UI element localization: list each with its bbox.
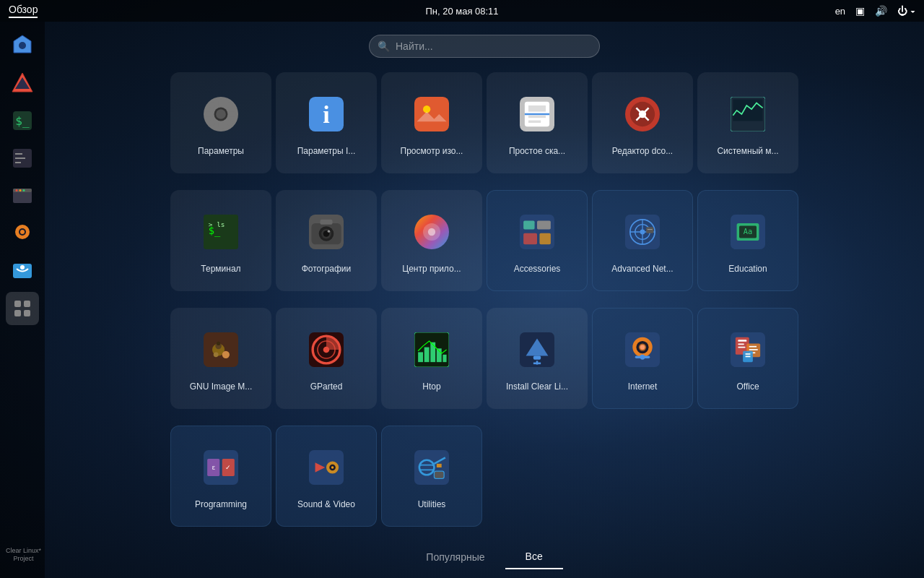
topbar-right: en ▣ 🔊 ⏻ ▾: [835, 5, 915, 17]
sidebar-item-3[interactable]: [6, 142, 39, 175]
app-item-education[interactable]: Aa Education: [697, 190, 798, 291]
app-item-gparted[interactable]: GParted: [276, 308, 377, 409]
sidebar-item-4[interactable]: [6, 179, 39, 212]
svg-rect-40: [528, 116, 546, 118]
screen-icon[interactable]: ▣: [855, 5, 865, 17]
tab-all[interactable]: Все: [505, 545, 563, 569]
sidebar-logo: Clear Linux* Project: [6, 547, 41, 564]
app-label-install: Install Clear Li...: [506, 381, 568, 393]
main-content: 🔍 Параметры i Параметры I... Просмотр из…: [45, 22, 924, 578]
app-item-htop[interactable]: Htop: [381, 308, 482, 409]
app-label-appstore: Центр прило...: [402, 264, 461, 275]
svg-point-86: [323, 347, 330, 353]
svg-point-81: [222, 351, 230, 358]
svg-rect-116: [746, 356, 751, 358]
app-item-advanced-net[interactable]: Advanced Net...: [592, 190, 693, 291]
topbar-datetime: Пн, 20 мая 08:11: [425, 6, 498, 17]
app-item-settings-i[interactable]: i Параметры I...: [276, 72, 377, 173]
svg-rect-62: [537, 221, 551, 230]
app-item-install[interactable]: Install Clear Li...: [487, 308, 588, 409]
sound-icon[interactable]: 🔊: [875, 5, 887, 17]
app-label-soundvideo: Sound & Video: [297, 499, 355, 511]
svg-point-16: [20, 265, 25, 269]
app-item-internet[interactable]: Internet: [592, 308, 693, 409]
svg-point-82: [214, 353, 219, 358]
svg-rect-56: [320, 220, 332, 225]
svg-text:✓: ✓: [225, 465, 231, 472]
svg-rect-25: [206, 112, 213, 117]
bottom-tabs: ПопулярныеВсе: [406, 545, 562, 569]
app-label-photos: Фотографии: [302, 264, 352, 275]
svg-rect-41: [528, 121, 541, 123]
app-item-accessories[interactable]: Accessories: [487, 190, 588, 291]
app-grid: Параметры i Параметры I... Просмотр изо.…: [170, 72, 798, 539]
app-item-gimp[interactable]: GNU Image M...: [170, 308, 271, 409]
svg-text:Aa: Aa: [744, 228, 752, 236]
app-icon-utilities: [406, 441, 458, 493]
app-label-terminal: Терминал: [201, 264, 240, 275]
app-item-scanner[interactable]: Простое ска...: [487, 72, 588, 173]
app-icon-internet: [616, 324, 668, 376]
app-icon-accessories: [511, 206, 563, 258]
app-item-sysmon[interactable]: Системный м...: [697, 72, 798, 173]
svg-point-14: [20, 230, 25, 234]
svg-text:$_: $_: [15, 114, 30, 128]
svg-rect-89: [424, 348, 430, 363]
app-item-settings[interactable]: Параметры: [170, 72, 271, 173]
app-label-advanced-net: Advanced Net...: [611, 264, 673, 275]
app-label-education: Education: [728, 264, 767, 275]
svg-point-55: [328, 230, 330, 233]
app-icon-image-viewer: [406, 88, 458, 140]
svg-point-126: [331, 466, 334, 468]
svg-rect-108: [738, 344, 744, 345]
svg-point-44: [639, 111, 646, 118]
app-label-programming: Programming: [195, 499, 247, 511]
svg-rect-132: [437, 464, 442, 467]
sidebar-item-apps[interactable]: [6, 292, 39, 325]
svg-rect-26: [228, 112, 235, 117]
svg-rect-111: [749, 346, 757, 348]
svg-point-103: [640, 355, 645, 360]
app-item-dconf[interactable]: Редактор dco...: [592, 72, 693, 173]
svg-rect-115: [746, 353, 751, 355]
svg-rect-46: [733, 100, 762, 121]
svg-rect-24: [219, 121, 224, 129]
topbar-title[interactable]: Обзор: [9, 4, 38, 18]
app-label-image-viewer: Просмотр изо...: [401, 146, 463, 158]
app-item-photos[interactable]: Фотографии: [276, 190, 377, 291]
app-item-terminal[interactable]: $_> ls Терминал: [170, 190, 271, 291]
svg-rect-39: [528, 105, 546, 112]
app-icon-photos: [300, 206, 352, 258]
app-item-image-viewer[interactable]: Просмотр изо...: [381, 72, 482, 173]
svg-rect-112: [749, 349, 758, 350]
app-item-programming[interactable]: ε✓ Programming: [170, 426, 271, 527]
app-label-gparted: GParted: [310, 381, 343, 393]
svg-rect-17: [14, 301, 21, 307]
svg-point-80: [217, 342, 220, 345]
sidebar-item-2[interactable]: $_: [6, 104, 39, 137]
svg-rect-88: [418, 353, 423, 363]
search-input[interactable]: [369, 35, 600, 58]
app-icon-gparted: [300, 324, 352, 376]
sidebar-item-0[interactable]: [6, 29, 39, 62]
app-icon-soundvideo: [300, 441, 352, 493]
app-icon-htop: [406, 324, 458, 376]
svg-rect-92: [443, 355, 446, 362]
app-item-utilities[interactable]: Utilities: [381, 426, 482, 527]
svg-rect-20: [24, 310, 30, 316]
sidebar-item-1[interactable]: [6, 66, 39, 100]
power-icon[interactable]: ⏻ ▾: [897, 5, 915, 17]
svg-rect-34: [414, 97, 449, 131]
app-item-appstore[interactable]: Центр прило...: [381, 190, 482, 291]
app-item-office[interactable]: Office: [697, 308, 798, 409]
svg-rect-64: [539, 233, 550, 244]
app-icon-office: [722, 324, 774, 376]
tab-popular[interactable]: Популярные: [406, 545, 505, 569]
sidebar-item-6[interactable]: [6, 254, 39, 288]
lang-indicator[interactable]: en: [835, 6, 845, 17]
app-icon-install: [511, 324, 563, 376]
app-item-soundvideo[interactable]: Sound & Video: [276, 426, 377, 527]
app-icon-sysmon: [722, 88, 774, 140]
sidebar-item-5[interactable]: [6, 217, 39, 250]
app-label-accessories: Accessories: [514, 264, 561, 275]
